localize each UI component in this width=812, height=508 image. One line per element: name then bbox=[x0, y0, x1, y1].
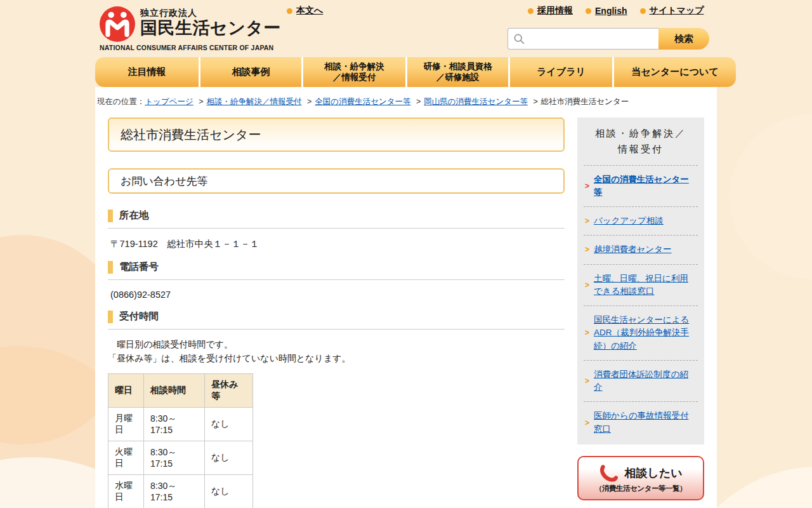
sidebar: 相談・紛争解決／ 情報受付 > 全国の消費生活センター等 > バックアップ相談 … bbox=[577, 117, 704, 508]
nav-item-consultation[interactable]: 相談・紛争解決 ／情報受付 bbox=[303, 57, 405, 87]
org-name-english: NATIONAL CONSUMER AFFAIRS CENTER OF JAPA… bbox=[100, 44, 281, 51]
bullet-icon bbox=[586, 8, 591, 14]
sidebar-item-backup[interactable]: > バックアップ相談 bbox=[584, 206, 698, 235]
consult-button[interactable]: 相談したい （消費生活センター等一覧） bbox=[577, 456, 704, 500]
bullet-icon bbox=[528, 8, 534, 14]
bullet-icon bbox=[640, 8, 646, 14]
content-sheet: 現在の位置：トップページ >相談・紛争解決／情報受付 >全国の消費生活センター等… bbox=[95, 87, 717, 508]
sidebar-item-crossborder[interactable]: > 越境消費者センター bbox=[584, 235, 698, 264]
contact-section-title: お問い合わせ先等 bbox=[108, 168, 565, 194]
phone-icon bbox=[599, 464, 618, 483]
global-nav: 注目情報 相談事例 相談・紛争解決 ／情報受付 研修・相談員資格 ／研修施設 ラ… bbox=[95, 57, 736, 87]
hours-table: 曜日 相談時間 昼休み等 月曜日 8:30～17:15 なし 火曜日 8:30～… bbox=[108, 373, 253, 508]
breadcrumb-link-centers[interactable]: 全国の消費生活センター等 bbox=[315, 97, 410, 106]
main-content: 総社市消費生活センター お問い合わせ先等 所在地 〒719-1192 総社市中央… bbox=[108, 117, 565, 508]
arrow-icon: > bbox=[585, 281, 589, 290]
nav-item-library[interactable]: ライブラリ bbox=[510, 57, 612, 87]
skip-link-label[interactable]: 本文へ bbox=[296, 5, 323, 17]
breadcrumb-link-home[interactable]: トップページ bbox=[145, 97, 193, 106]
heading-bar-icon bbox=[108, 311, 113, 323]
skip-to-content-link[interactable]: 本文へ bbox=[287, 5, 323, 17]
nav-item-training[interactable]: 研修・相談員資格 ／研修施設 bbox=[407, 57, 508, 87]
nav-item-cases[interactable]: 相談事例 bbox=[200, 57, 301, 87]
arrow-icon: > bbox=[585, 377, 589, 385]
bullet-icon bbox=[287, 8, 292, 14]
page-title: 総社市消費生活センター bbox=[108, 117, 565, 152]
breadcrumb-link-consultation[interactable]: 相談・紛争解決／情報受付 bbox=[207, 97, 302, 106]
table-row: 火曜日 8:30～17:15 なし bbox=[108, 441, 253, 474]
ncac-logo-icon bbox=[100, 6, 135, 42]
hours-heading: 受付時間 bbox=[108, 310, 565, 330]
site-header: 独立行政法人 国民生活センター NATIONAL CONSUMER AFFAIR… bbox=[0, 0, 812, 57]
org-name: 国民生活センター bbox=[140, 19, 281, 38]
sidebar-menu: 相談・紛争解決／ 情報受付 > 全国の消費生活センター等 > バックアップ相談 … bbox=[577, 117, 704, 444]
nav-item-featured[interactable]: 注目情報 bbox=[95, 57, 199, 87]
breadcrumb: 現在の位置：トップページ >相談・紛争解決／情報受付 >全国の消費生活センター等… bbox=[95, 87, 717, 107]
col-header-break: 昼休み等 bbox=[205, 373, 253, 407]
breadcrumb-separator: > bbox=[416, 97, 421, 106]
search-bar: 検索 bbox=[508, 28, 709, 50]
phone-heading: 電話番号 bbox=[108, 260, 565, 280]
arrow-icon: > bbox=[585, 182, 589, 190]
heading-bar-icon bbox=[108, 210, 113, 222]
arrow-icon: > bbox=[585, 245, 589, 254]
breadcrumb-separator: > bbox=[533, 97, 537, 106]
table-row: 水曜日 8:30～17:15 なし bbox=[108, 474, 253, 508]
search-input[interactable] bbox=[508, 28, 658, 50]
col-header-time: 相談時間 bbox=[144, 373, 205, 407]
heading-bar-icon bbox=[108, 261, 113, 274]
arrow-icon: > bbox=[585, 217, 589, 225]
breadcrumb-prefix: 現在の位置： bbox=[97, 97, 145, 106]
phone-value: (0866)92-8527 bbox=[110, 290, 565, 300]
col-header-day: 曜日 bbox=[108, 373, 144, 407]
nav-item-about[interactable]: 当センターについて bbox=[614, 57, 736, 87]
breadcrumb-current: 総社市消費生活センター bbox=[541, 97, 629, 106]
utility-links: 採用情報 English サイトマップ bbox=[528, 5, 704, 17]
sitemap-link[interactable]: サイトマップ bbox=[640, 5, 704, 17]
address-heading: 所在地 bbox=[108, 209, 565, 229]
background-circle bbox=[730, 114, 812, 279]
sidebar-item-adr[interactable]: > 国民生活センターによるADR（裁判外紛争解決手続）の紹介 bbox=[584, 305, 698, 360]
breadcrumb-separator: > bbox=[199, 97, 203, 106]
search-button[interactable]: 検索 bbox=[658, 28, 709, 50]
english-link[interactable]: English bbox=[586, 5, 627, 17]
recruit-link[interactable]: 採用情報 bbox=[528, 5, 573, 17]
sidebar-item-national-centers[interactable]: > 全国の消費生活センター等 bbox=[584, 165, 698, 207]
site-logo[interactable]: 独立行政法人 国民生活センター NATIONAL CONSUMER AFFAIR… bbox=[100, 6, 281, 51]
arrow-icon: > bbox=[585, 328, 589, 337]
sidebar-item-lawsuit[interactable]: > 消費者団体訴訟制度の紹介 bbox=[584, 360, 698, 402]
table-header-row: 曜日 相談時間 昼休み等 bbox=[108, 373, 253, 407]
sidebar-item-weekend[interactable]: > 土曜、日曜、祝日に利用できる相談窓口 bbox=[584, 264, 698, 306]
table-row: 月曜日 8:30～17:15 なし bbox=[108, 407, 253, 441]
breadcrumb-link-okayama[interactable]: 岡山県の消費生活センター等 bbox=[424, 97, 528, 106]
sidebar-heading: 相談・紛争解決／ 情報受付 bbox=[584, 117, 698, 165]
arrow-icon: > bbox=[585, 418, 589, 427]
hours-note: 曜日別の相談受付時間です。 「昼休み等」は、相談を受け付けていない時間となります… bbox=[108, 337, 565, 366]
address-value: 〒719-1192 総社市中央１－１－１ bbox=[110, 238, 565, 250]
breadcrumb-separator: > bbox=[307, 97, 311, 106]
sidebar-item-doctor-report[interactable]: > 医師からの事故情報受付窓口 bbox=[584, 401, 698, 443]
org-type: 独立行政法人 bbox=[140, 8, 281, 19]
